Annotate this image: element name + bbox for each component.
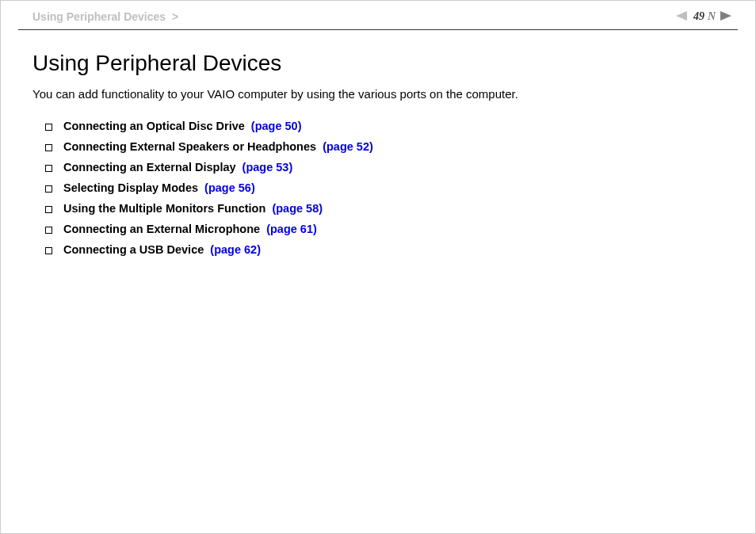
toc-label: Connecting External Speakers or Headphon… bbox=[63, 140, 316, 153]
bullet-icon bbox=[45, 227, 52, 234]
page-title: Using Peripheral Devices bbox=[32, 51, 724, 76]
toc-item: Connecting a USB Device (page 62) bbox=[45, 243, 724, 256]
bullet-icon bbox=[45, 165, 52, 172]
toc-item: Connecting an External Display (page 53) bbox=[45, 161, 724, 174]
breadcrumb-section: Using Peripheral Devices bbox=[32, 10, 166, 23]
bullet-icon bbox=[45, 144, 52, 151]
toc-label: Using the Multiple Monitors Function bbox=[63, 202, 265, 215]
prev-page-icon[interactable] bbox=[676, 10, 687, 23]
toc-item: Connecting an Optical Disc Drive (page 5… bbox=[45, 120, 724, 132]
bullet-icon bbox=[45, 185, 52, 193]
breadcrumb-separator: > bbox=[172, 10, 178, 23]
toc-page-link[interactable]: (page 52) bbox=[323, 140, 373, 153]
toc-page-link[interactable]: (page 53) bbox=[242, 161, 293, 174]
svg-marker-0 bbox=[676, 11, 687, 21]
page-n-letter: N bbox=[708, 10, 716, 23]
toc-label: Connecting an Optical Disc Drive bbox=[63, 120, 245, 132]
toc-label: Connecting a USB Device bbox=[63, 243, 204, 256]
bullet-icon bbox=[45, 206, 52, 213]
toc-label: Selecting Display Modes bbox=[63, 181, 198, 194]
breadcrumb: Using Peripheral Devices > bbox=[32, 10, 178, 23]
svg-marker-1 bbox=[720, 11, 731, 21]
toc-page-link[interactable]: (page 61) bbox=[266, 223, 317, 235]
next-page-icon[interactable] bbox=[720, 10, 731, 23]
page-number: 49 bbox=[693, 10, 704, 23]
toc-item: Using the Multiple Monitors Function (pa… bbox=[45, 202, 724, 215]
toc-item: Connecting an External Microphone (page … bbox=[45, 223, 724, 235]
page-content: Using Peripheral Devices You can add fun… bbox=[1, 30, 755, 256]
bullet-icon bbox=[45, 247, 52, 254]
toc-label: Connecting an External Display bbox=[63, 161, 236, 174]
toc-list: Connecting an Optical Disc Drive (page 5… bbox=[32, 120, 724, 256]
toc-item: Selecting Display Modes (page 56) bbox=[45, 181, 724, 194]
page-header: Using Peripheral Devices > 49 N bbox=[1, 1, 755, 29]
intro-text: You can add functionality to your VAIO c… bbox=[32, 87, 724, 101]
toc-label: Connecting an External Microphone bbox=[63, 223, 260, 235]
toc-page-link[interactable]: (page 62) bbox=[210, 243, 261, 256]
bullet-icon bbox=[45, 124, 52, 131]
toc-page-link[interactable]: (page 58) bbox=[272, 202, 323, 215]
toc-page-link[interactable]: (page 50) bbox=[251, 120, 302, 132]
toc-page-link[interactable]: (page 56) bbox=[204, 181, 255, 194]
page-nav: 49 N bbox=[676, 10, 731, 23]
toc-item: Connecting External Speakers or Headphon… bbox=[45, 140, 724, 153]
